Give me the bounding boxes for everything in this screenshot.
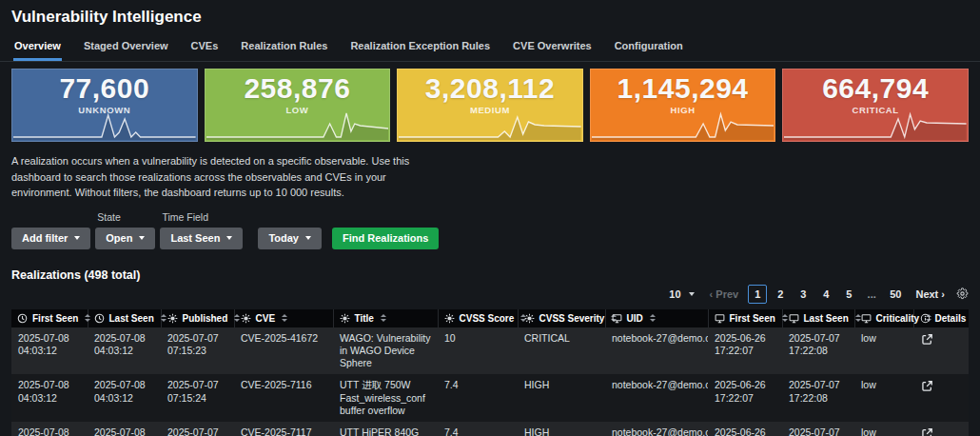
sort-icon[interactable] <box>161 314 167 322</box>
sort-icon[interactable] <box>650 314 656 322</box>
page-button-5[interactable]: 5 <box>839 285 858 304</box>
external-link-icon <box>921 380 933 395</box>
time-field-group: Time Field Last Seen <box>160 211 243 249</box>
sparkline-chart <box>784 108 967 140</box>
prev-page-button[interactable]: ‹ Prev <box>710 288 739 300</box>
stat-value: 77,600 <box>11 72 198 105</box>
page-title: Vulnerability Intelligence <box>11 8 969 27</box>
monitor-icon <box>612 313 622 324</box>
stat-card-low: 258,876LOW <box>205 69 391 142</box>
tab-realization-exception-rules[interactable]: Realization Exception Rules <box>349 35 491 61</box>
column-header-cvss-severity[interactable]: CVSS Severity <box>518 309 605 327</box>
column-label: CVSS Score <box>460 313 515 324</box>
spacer-label <box>260 211 322 224</box>
find-group: Find Realizations <box>332 211 439 249</box>
time-range-group: Today <box>258 211 322 249</box>
cell-cvss-severity: HIGH <box>518 374 605 422</box>
sparkline-chart <box>13 108 196 140</box>
find-realizations-button[interactable]: Find Realizations <box>332 228 439 249</box>
page-button-4[interactable]: 4 <box>816 285 835 304</box>
cell-title: UTT 进取 750W Fast_wireless_conf buffer ov… <box>333 374 438 422</box>
page-size-dropdown[interactable]: 10 <box>669 288 694 300</box>
cell-last-seen: 2025-07-08 04:03:12 <box>88 374 161 422</box>
column-header-uid[interactable]: UID <box>605 309 708 327</box>
table-header-row: First SeenLast SeenPublishedCVETitleCVSS… <box>11 309 969 327</box>
monitor-icon <box>715 313 725 324</box>
tab-realization-rules[interactable]: Realization Rules <box>240 35 328 61</box>
add-filter-button[interactable]: Add filter <box>11 228 90 249</box>
column-header-details[interactable]: Details <box>913 309 969 327</box>
spacer-label <box>334 211 439 224</box>
virus-icon <box>524 313 535 324</box>
cell-published: 2025-07-07 07:15:24 <box>161 422 234 436</box>
tab-staged-overview[interactable]: Staged Overview <box>83 35 169 61</box>
cell-uid: notebook-27@demo.com <box>605 374 708 422</box>
find-realizations-label: Find Realizations <box>343 232 428 244</box>
severity-cards: 77,600UNKNOWN258,876LOW3,208,112MEDIUM1,… <box>11 69 969 142</box>
page-ellipsis: ... <box>862 285 881 304</box>
column-header-last-seen[interactable]: Last Seen <box>88 309 161 327</box>
column-header-last-seen[interactable]: Last Seen <box>782 309 854 327</box>
filter-bar: Add filter State Open Time Field Last Se… <box>11 211 969 249</box>
tab-cve-overwrites[interactable]: CVE Overwrites <box>512 35 593 61</box>
column-header-published[interactable]: Published <box>161 309 234 327</box>
dashboard-description: A realization occurs when a vulnerabilit… <box>11 153 428 201</box>
details-link[interactable] <box>920 379 934 396</box>
sparkline-chart <box>399 108 581 140</box>
add-filter-label: Add filter <box>22 232 68 244</box>
details-link[interactable] <box>920 332 934 349</box>
page-button-3[interactable]: 3 <box>794 285 813 304</box>
column-label: Criticality <box>876 313 920 324</box>
cell-last-seen: 2025-07-08 04:03:12 <box>88 422 161 436</box>
table-body: 2025-07-08 04:03:122025-07-08 04:03:1220… <box>11 327 969 436</box>
time-field-label: Time Field <box>162 211 243 224</box>
tab-overview[interactable]: Overview <box>13 35 62 61</box>
time-field-dropdown[interactable]: Last Seen <box>160 228 243 249</box>
add-filter-group: Add filter <box>11 211 90 249</box>
cell-title: UTT HiPER 840G websWhiteList buffer over… <box>333 422 438 436</box>
sort-icon[interactable] <box>782 314 788 322</box>
table-row: 2025-07-08 04:03:122025-07-08 04:03:1220… <box>11 327 969 375</box>
column-header-criticality[interactable]: Criticality <box>854 309 913 327</box>
sort-icon[interactable] <box>234 314 240 322</box>
cell-criticality: low <box>854 327 913 375</box>
cell-cvss-score: 7.4 <box>438 374 518 422</box>
state-value: Open <box>106 232 132 244</box>
state-dropdown[interactable]: Open <box>95 228 155 249</box>
cell-first-seen: 2025-06-26 17:22:07 <box>708 327 782 375</box>
sparkline-chart <box>592 108 774 140</box>
cell-first-seen: 2025-06-26 17:22:07 <box>708 374 782 422</box>
page-button-1[interactable]: 1 <box>748 285 767 304</box>
tab-cves[interactable]: CVEs <box>190 35 220 61</box>
sort-icon[interactable] <box>381 314 386 322</box>
virus-icon <box>241 313 251 324</box>
external-link-icon <box>921 427 933 436</box>
next-page-button[interactable]: Next › <box>915 288 945 300</box>
state-label: State <box>97 211 155 224</box>
sort-icon[interactable] <box>85 314 90 322</box>
column-header-cvss-score[interactable]: CVSS Score <box>438 309 518 327</box>
page-button-50[interactable]: 50 <box>885 285 906 304</box>
column-label: Details <box>935 313 967 324</box>
pagination-bar: 10 ‹ Prev 12345...50 Next › <box>11 283 969 306</box>
sort-icon[interactable] <box>282 314 287 322</box>
cell-cvss-severity: CRITICAL <box>518 327 605 375</box>
results-heading: Realizations (498 total) <box>11 268 969 282</box>
stat-value: 258,876 <box>205 72 391 105</box>
column-label: First Seen <box>730 313 775 324</box>
column-header-first-seen[interactable]: First Seen <box>708 309 782 327</box>
column-header-title[interactable]: Title <box>333 309 438 327</box>
cell-details <box>913 422 969 436</box>
page-button-2[interactable]: 2 <box>771 285 790 304</box>
page-numbers: 12345...50 <box>746 285 908 304</box>
settings-gear-icon[interactable] <box>956 287 969 300</box>
column-label: Last Seen <box>804 313 849 324</box>
cell-first-seen: 2025-06-26 17:22:07 <box>708 422 782 436</box>
column-header-cve[interactable]: CVE <box>234 309 333 327</box>
details-link[interactable] <box>920 426 934 436</box>
tab-configuration[interactable]: Configuration <box>614 35 684 61</box>
time-range-dropdown[interactable]: Today <box>258 228 322 249</box>
column-label: Last Seen <box>109 313 154 324</box>
column-label: First Seen <box>32 313 78 324</box>
column-header-first-seen[interactable]: First Seen <box>11 309 88 327</box>
